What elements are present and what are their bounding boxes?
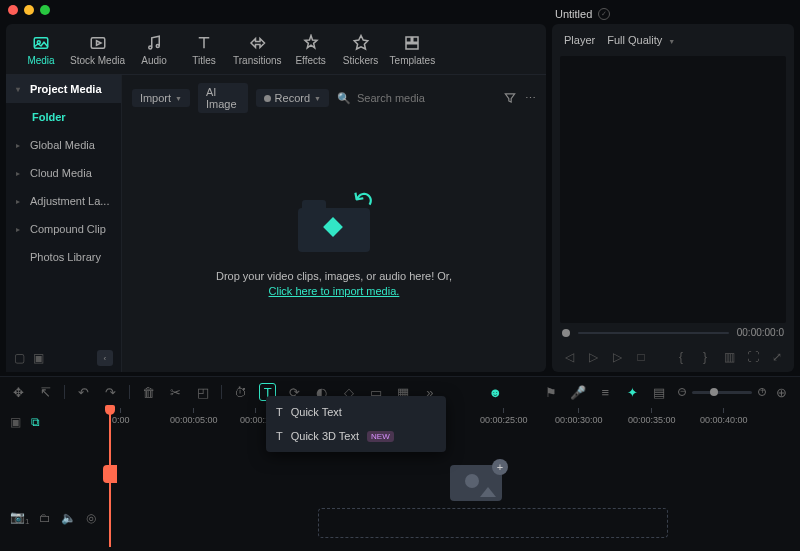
media-dropzone[interactable]: ↶ Drop your video clips, images, or audi… (122, 121, 546, 372)
compare-icon[interactable]: ▥ (722, 350, 736, 364)
folder-import-icon: ↶ (298, 196, 370, 252)
svg-rect-7 (413, 37, 418, 42)
zoom-in-button[interactable] (758, 388, 766, 396)
sidebar-folder[interactable]: Folder (6, 103, 121, 131)
cursor-tool-icon[interactable]: ↸ (37, 383, 54, 401)
video-track-icon[interactable]: 📷1 (10, 510, 29, 526)
zoom-fit-icon[interactable]: ⊕ (772, 383, 790, 401)
snapshot-icon[interactable]: ⛶ (746, 350, 760, 364)
mic-icon[interactable]: 🎤 (570, 383, 587, 401)
tab-titles[interactable]: Titles (179, 32, 229, 68)
close-window[interactable] (8, 5, 18, 15)
player-timecode: 00:00:00:0 (737, 327, 784, 338)
timeline-drop-target[interactable] (318, 508, 668, 538)
tab-templates[interactable]: Templates (386, 32, 440, 68)
more-icon[interactable]: ⋯ (525, 91, 536, 105)
tab-audio[interactable]: Audio (129, 32, 179, 68)
prev-frame-button[interactable]: ◁ (562, 350, 576, 364)
svg-marker-3 (96, 41, 101, 46)
category-tabs: Media Stock Media Audio Titles Transitio… (6, 24, 546, 75)
sidebar-project-media[interactable]: ▾ Project Media (6, 75, 121, 103)
svg-point-4 (149, 46, 152, 49)
new-folder-icon[interactable]: ▢ (14, 351, 25, 365)
tab-transitions[interactable]: Transitions (229, 32, 286, 68)
redo-button[interactable]: ↷ (102, 383, 119, 401)
fullscreen-icon[interactable]: ⤢ (770, 350, 784, 364)
menu-quick-text[interactable]: T Quick Text (266, 400, 446, 424)
render-icon[interactable]: ▤ (651, 383, 668, 401)
import-button[interactable]: Import▼ (132, 89, 190, 107)
auto-enhance-icon[interactable]: ✦ (624, 383, 641, 401)
record-button[interactable]: Record▼ (256, 89, 329, 107)
ai-image-button[interactable]: AI Image (198, 83, 248, 113)
dropzone-text: Drop your video clips, images, or audio … (216, 270, 452, 282)
new-bin-icon[interactable]: ▣ (33, 351, 44, 365)
svg-point-5 (156, 45, 159, 48)
crop-icon[interactable]: ◰ (194, 383, 211, 401)
maximize-window[interactable] (40, 5, 50, 15)
mute-track-icon[interactable]: 🔈 (61, 511, 76, 525)
sidebar-compound-clip[interactable]: ▸Compound Clip (6, 215, 121, 243)
sidebar-adjustment-layer[interactable]: ▸Adjustment La... (6, 187, 121, 215)
search-icon: 🔍 (337, 92, 351, 105)
delete-icon[interactable]: 🗑 (140, 383, 157, 401)
chevron-right-icon: ▸ (16, 169, 24, 178)
sidebar-cloud-media[interactable]: ▸Cloud Media (6, 159, 121, 187)
player-quality-select[interactable]: Full Quality▼ (607, 34, 675, 46)
scrub-track[interactable] (578, 332, 729, 334)
text-tool-menu: T Quick Text T Quick 3D Text NEW (266, 396, 446, 452)
chevron-right-icon: ▸ (16, 197, 24, 206)
menu-quick-3d-text[interactable]: T Quick 3D Text NEW (266, 424, 446, 448)
play-button[interactable]: ▷ (610, 350, 624, 364)
mark-in-icon[interactable]: { (674, 350, 688, 364)
undo-button[interactable]: ↶ (75, 383, 92, 401)
chevron-down-icon: ▼ (314, 95, 321, 102)
collapse-sidebar[interactable]: ‹ (97, 350, 113, 366)
sidebar-photos-library[interactable]: Photos Library (6, 243, 121, 271)
player-viewport[interactable] (560, 56, 786, 323)
speed-icon[interactable]: ⏱ (232, 383, 249, 401)
timeline-playhead[interactable] (109, 407, 111, 547)
svg-rect-2 (91, 38, 105, 49)
folder-track-icon[interactable]: 🗀 (39, 511, 51, 525)
add-media-button[interactable]: + (492, 459, 508, 475)
zoom-slider[interactable] (692, 391, 752, 394)
svg-rect-6 (406, 37, 411, 42)
chevron-down-icon: ▼ (175, 95, 182, 102)
save-check-icon: ✓ (598, 8, 610, 20)
stop-button[interactable]: □ (634, 350, 648, 364)
chevron-right-icon: ▸ (16, 225, 24, 234)
player-scrubber[interactable]: 00:00:00:0 (552, 323, 794, 342)
media-thumbnail-placeholder[interactable]: + (450, 465, 502, 501)
record-dot-icon (264, 95, 271, 102)
hide-track-icon[interactable]: ◎ (86, 511, 96, 525)
image-icon (465, 474, 479, 488)
mark-out-icon[interactable]: } (698, 350, 712, 364)
player-label: Player (564, 34, 595, 46)
import-media-link[interactable]: Click here to import media. (269, 285, 400, 297)
playhead-icon[interactable] (562, 329, 570, 337)
selection-tool-icon[interactable]: ✥ (10, 383, 27, 401)
tab-stickers[interactable]: Stickers (336, 32, 386, 68)
split-icon[interactable]: ✂ (167, 383, 184, 401)
filter-icon[interactable] (503, 91, 517, 105)
titlebar: Untitled ✓ (0, 0, 800, 20)
tab-stock-media[interactable]: Stock Media (66, 32, 129, 68)
text-3d-icon: T (276, 430, 283, 442)
step-back-button[interactable]: ▷ (586, 350, 600, 364)
project-title: Untitled (555, 8, 592, 20)
search-media[interactable]: 🔍 (337, 92, 495, 105)
zoom-out-button[interactable] (678, 388, 686, 396)
marker-icon[interactable]: ⚑ (543, 383, 560, 401)
ai-tool-icon[interactable]: ☻ (487, 383, 504, 401)
new-badge: NEW (367, 431, 394, 442)
sidebar-global-media[interactable]: ▸Global Media (6, 131, 121, 159)
search-input[interactable] (357, 92, 495, 104)
chevron-down-icon: ▼ (668, 38, 675, 45)
mixer-icon[interactable]: ≡ (597, 383, 614, 401)
tab-media[interactable]: Media (16, 32, 66, 68)
chevron-right-icon: ▸ (16, 141, 24, 150)
tab-effects[interactable]: Effects (286, 32, 336, 68)
media-panel: Media Stock Media Audio Titles Transitio… (6, 24, 546, 372)
minimize-window[interactable] (24, 5, 34, 15)
